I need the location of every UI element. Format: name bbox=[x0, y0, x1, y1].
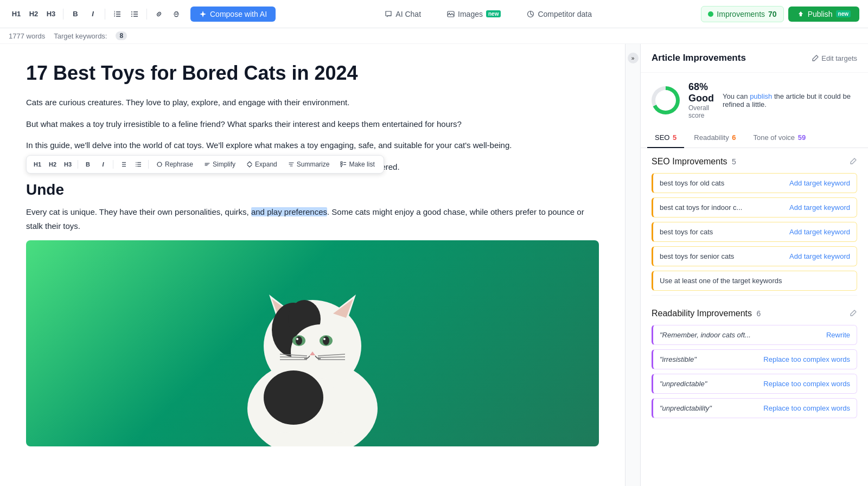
expand-button[interactable]: Expand bbox=[242, 159, 282, 170]
svg-text:3: 3 bbox=[114, 15, 116, 17]
sub-toolbar: 1777 words Target keywords: 8 bbox=[0, 28, 868, 44]
improvements-dot bbox=[708, 11, 713, 17]
seo-improvements-section: SEO Improvements 5 best toys for old cat… bbox=[641, 148, 868, 291]
seo-action-1[interactable]: Add target keyword bbox=[789, 179, 850, 187]
score-circle-inner bbox=[655, 90, 676, 111]
ordered-list-button[interactable]: 123 bbox=[110, 7, 125, 22]
readability-item-4: "unpredictability" Replace too complex w… bbox=[652, 398, 857, 418]
readability-section-title: Readability Improvements 6 bbox=[652, 309, 761, 318]
simplify-button[interactable]: Simplify bbox=[200, 159, 240, 170]
svg-point-24 bbox=[136, 166, 137, 167]
collapse-icon[interactable]: » bbox=[628, 53, 639, 63]
cat-svg bbox=[199, 240, 426, 446]
article-image bbox=[26, 240, 599, 446]
section-heading[interactable]: Unde bbox=[26, 181, 599, 199]
seo-item-2: best cat toys for indoor c... Add target… bbox=[652, 197, 857, 218]
inline-ul-button[interactable] bbox=[132, 158, 145, 171]
inline-italic-button[interactable]: I bbox=[97, 158, 110, 171]
bold-button[interactable]: B bbox=[68, 7, 83, 22]
inline-h3-button[interactable]: H3 bbox=[61, 158, 74, 171]
readability-action-3[interactable]: Replace too complex words bbox=[763, 380, 850, 388]
publish-link[interactable]: publish bbox=[750, 92, 772, 100]
seo-item-3: best toys for cats Add target keyword bbox=[652, 222, 857, 242]
h1-button[interactable]: H1 bbox=[9, 7, 24, 22]
divider-2 bbox=[105, 9, 105, 20]
main-content: 17 Best Toys for Bored Cats in 2024 Cats… bbox=[0, 44, 868, 486]
divider-3 bbox=[146, 9, 147, 20]
competitor-data-button[interactable]: Competitor data bbox=[520, 7, 598, 22]
divider-1 bbox=[63, 9, 63, 20]
tab-bar: SEO 5 Readability 6 Tone of voice 59 bbox=[641, 128, 868, 148]
link-button[interactable] bbox=[151, 7, 167, 22]
improvements-button[interactable]: Improvements 70 bbox=[701, 6, 783, 22]
sidebar-toggle[interactable]: » bbox=[625, 44, 640, 486]
readability-item-3: "unpredictable" Replace too complex word… bbox=[652, 374, 857, 394]
score-circle bbox=[652, 86, 680, 114]
paragraph-3[interactable]: In this guide, we'll delve into the worl… bbox=[26, 138, 599, 152]
inline-divider-3 bbox=[148, 160, 149, 169]
images-new-badge: new bbox=[486, 10, 501, 17]
seo-item-5: Use at least one of the target keywords bbox=[652, 271, 857, 291]
summarize-button[interactable]: Summarize bbox=[284, 159, 334, 170]
seo-edit-icon[interactable] bbox=[850, 157, 857, 167]
tab-seo[interactable]: SEO 5 bbox=[647, 128, 684, 148]
edit-targets-button[interactable]: Edit targets bbox=[812, 54, 857, 62]
inline-h2-button[interactable]: H2 bbox=[46, 158, 59, 171]
ai-chat-button[interactable]: AI Chat bbox=[378, 7, 427, 22]
tab-readability[interactable]: Readability 6 bbox=[686, 128, 743, 148]
section-separator bbox=[652, 295, 857, 296]
unordered-list-button[interactable] bbox=[127, 7, 142, 22]
word-count: 1777 words bbox=[9, 32, 45, 40]
paragraph-5-before: Every cat is unique. They have their own… bbox=[26, 207, 251, 216]
strikethrough-button[interactable] bbox=[169, 7, 184, 22]
publish-new-badge: new bbox=[836, 10, 851, 17]
readability-edit-icon[interactable] bbox=[850, 309, 857, 318]
seo-item-4: best toys for senior cats Add target key… bbox=[652, 246, 857, 266]
formatting-tools: H1 H2 H3 B I 123 Compose with AI bbox=[9, 7, 276, 22]
target-keywords-count: 8 bbox=[116, 31, 127, 40]
svg-point-38 bbox=[291, 324, 350, 379]
compose-with-ai-button[interactable]: Compose with AI bbox=[190, 7, 276, 22]
article-title[interactable]: 17 Best Toys for Bored Cats in 2024 bbox=[26, 61, 599, 85]
publish-button[interactable]: Publish new bbox=[788, 7, 859, 22]
h3-button[interactable]: H3 bbox=[43, 7, 59, 22]
readability-keyword-1: "Remember, indoor cats oft... bbox=[660, 331, 751, 339]
inline-h1-button[interactable]: H1 bbox=[31, 158, 44, 171]
readability-keyword-3: "unpredictable" bbox=[660, 380, 707, 388]
inline-bold-button[interactable]: B bbox=[81, 158, 94, 171]
paragraph-5-highlight: and play preferences bbox=[251, 207, 327, 216]
editor-area[interactable]: 17 Best Toys for Bored Cats in 2024 Cats… bbox=[0, 44, 625, 486]
inline-toolbar: H1 H2 H3 B I Rephrase bbox=[26, 155, 384, 174]
svg-point-51 bbox=[264, 370, 323, 425]
svg-point-23 bbox=[136, 164, 137, 165]
svg-rect-27 bbox=[341, 166, 342, 167]
score-info: 68% Good Overall score bbox=[688, 81, 714, 119]
paragraph-5[interactable]: Every cat is unique. They have their own… bbox=[26, 205, 599, 233]
svg-rect-26 bbox=[341, 164, 342, 165]
readability-action-1[interactable]: Rewrite bbox=[826, 331, 850, 339]
svg-point-11 bbox=[131, 16, 132, 17]
paragraph-1[interactable]: Cats are curious creatures. They love to… bbox=[26, 95, 599, 110]
h2-button[interactable]: H2 bbox=[26, 7, 41, 22]
score-description: You can publish the article but it could… bbox=[723, 92, 857, 108]
svg-point-43 bbox=[323, 336, 329, 345]
images-button[interactable]: Images new bbox=[441, 7, 507, 22]
readability-action-4[interactable]: Replace too complex words bbox=[763, 404, 850, 412]
svg-point-40 bbox=[296, 336, 302, 345]
make-list-button[interactable]: Make list bbox=[336, 159, 379, 170]
italic-button[interactable]: I bbox=[85, 7, 100, 22]
seo-action-3[interactable]: Add target keyword bbox=[789, 228, 850, 236]
seo-action-4[interactable]: Add target keyword bbox=[789, 252, 850, 260]
inline-ol-button[interactable] bbox=[117, 158, 130, 171]
seo-section-title: SEO Improvements 5 bbox=[652, 157, 736, 167]
seo-keyword-3: best toys for cats bbox=[660, 228, 713, 236]
svg-point-41 bbox=[296, 338, 298, 340]
score-label: Overall score bbox=[688, 104, 714, 119]
tab-tone-of-voice[interactable]: Tone of voice 59 bbox=[745, 128, 813, 148]
rephrase-button[interactable]: Rephrase bbox=[152, 159, 197, 170]
readability-item-2: "irresistible" Replace too complex words bbox=[652, 349, 857, 369]
seo-section-header: SEO Improvements 5 bbox=[652, 157, 857, 167]
paragraph-2[interactable]: But what makes a toy truly irresistible … bbox=[26, 117, 599, 131]
seo-action-2[interactable]: Add target keyword bbox=[789, 203, 850, 212]
readability-action-2[interactable]: Replace too complex words bbox=[763, 355, 850, 363]
